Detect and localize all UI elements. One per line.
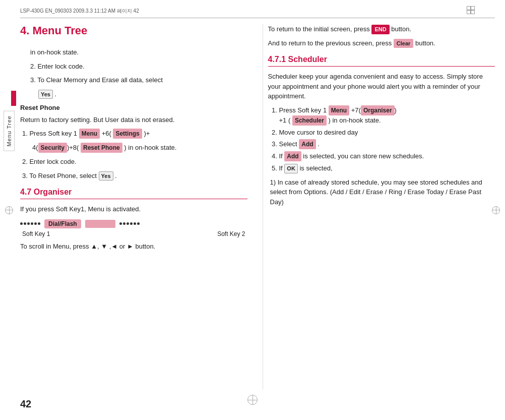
- organiser-title: 4.7 Organiser: [20, 188, 247, 199]
- reset-step1: 1. Press Soft key 1 Menu +6( Settings )+: [22, 129, 247, 139]
- menu-key-1: Menu: [79, 129, 100, 139]
- left-column: 4. Menu Tree in on-hook state. 2. Enter …: [20, 24, 252, 390]
- crop-h: [247, 400, 258, 400]
- return-initial: To return to the initial screen, press E…: [268, 24, 495, 34]
- dot7: [119, 222, 122, 225]
- reset-phone-title: Reset Phone: [20, 103, 247, 113]
- yes-label-line: Yes .: [38, 89, 247, 99]
- dot2: [24, 222, 26, 225]
- dot11: [134, 222, 136, 225]
- dial-flash-btn: Dial/Flash: [44, 219, 81, 228]
- dial-bar: Dial/Flash: [20, 219, 247, 228]
- sched-step3: Select Add .: [279, 139, 495, 149]
- security-key: Security: [38, 143, 67, 153]
- scroll-text: To scroll in Menu, press ▲, ▼ ,◄ or ► bu…: [20, 242, 247, 252]
- ok-key: OK: [284, 164, 298, 173]
- scheduler-steps: Press Soft key 1 Menu +7(Organiser) +1 (…: [279, 105, 495, 173]
- dot8: [123, 222, 125, 225]
- dot12: [137, 222, 140, 225]
- sidebar-label: Menu Tree: [4, 111, 15, 151]
- crop-mark-h: [467, 10, 475, 11]
- right-column: To return to the initial screen, press E…: [263, 24, 495, 390]
- sched-step1: Press Soft key 1 Menu +7(Organiser) +1 (…: [279, 105, 495, 126]
- dot5: [34, 222, 37, 225]
- page-number: 42: [20, 398, 31, 410]
- section-title: 4. Menu Tree: [20, 24, 247, 37]
- intro-line-1: in on-hook state.: [30, 47, 247, 57]
- page-header: LSP-430G EN_090303 2009.3.3 11:12 AM 페이지…: [20, 4, 495, 18]
- intro-line-3: 3. To Clear Memory and Erase all data, s…: [30, 75, 247, 85]
- header-text: LSP-430G EN_090303 2009.3.3 11:12 AM 페이지…: [20, 8, 139, 15]
- return-previous: And to return to the previous screen, pr…: [268, 38, 495, 48]
- dot3: [27, 222, 30, 225]
- reset-step3: 3. To Reset Phone, select Yes .: [22, 171, 247, 181]
- page-container: LSP-430G EN_090303 2009.3.3 11:12 AM 페이지…: [0, 0, 505, 420]
- left-crop-mark: [5, 206, 13, 214]
- scheduler-desc: Scheduler keep your agenda convenient an…: [268, 72, 495, 101]
- dot10: [130, 222, 133, 225]
- main-content: 4. Menu Tree in on-hook state. 2. Enter …: [20, 24, 495, 390]
- reset-step2: 2. Enter lock code.: [22, 157, 247, 167]
- dot1: [20, 222, 23, 225]
- intro-line-2: 2. Enter lock code.: [30, 62, 247, 72]
- scheduler-title: 4.7.1 Scheduler: [268, 55, 495, 67]
- dot6: [38, 222, 40, 225]
- crop-mark-circle: [467, 6, 475, 14]
- yes-key: Yes: [38, 90, 53, 99]
- add-key-1: Add: [299, 139, 315, 149]
- organiser-key: Organiser: [361, 105, 395, 115]
- right-crop-mark: [492, 206, 500, 214]
- bottom-crop-mark: [247, 395, 258, 405]
- sched-note: 1) In case of already stored schedule, y…: [270, 177, 495, 207]
- reset-phone-key: Reset Phone: [81, 143, 122, 153]
- reset-phone-desc: Return to factory setting. But User data…: [20, 115, 247, 125]
- sched-step4: If Add is selected, you can store new sc…: [279, 151, 495, 161]
- sched-step2: Move cursor to desired day: [279, 128, 495, 138]
- add-key-2: Add: [284, 151, 301, 161]
- dots-left: [20, 222, 40, 225]
- reset-step1-cont: 4(Security)+8( Reset Phone ) in on-hook …: [32, 143, 247, 153]
- rcrop-h: [492, 210, 500, 210]
- softkey1-label: Soft Key 1: [22, 230, 50, 237]
- clear-btn: Clear: [394, 39, 414, 48]
- menu-key-sched: Menu: [329, 105, 349, 115]
- sched-step5: If OK is selected,: [279, 163, 495, 173]
- dots-right: [119, 222, 140, 225]
- end-btn: END: [371, 25, 389, 34]
- organiser-desc: If you press Soft Key1, Menu is activate…: [20, 204, 247, 214]
- lcrop-h: [5, 210, 13, 210]
- dot9: [127, 222, 129, 225]
- settings-key: Settings: [113, 129, 142, 139]
- yes-key-2: Yes: [99, 171, 113, 181]
- softkey-labels: Soft Key 1 Soft Key 2: [20, 230, 247, 237]
- dot4: [31, 222, 33, 225]
- scheduler-key: Scheduler: [292, 115, 327, 126]
- pink-block: [85, 220, 115, 228]
- softkey2-label: Soft Key 2: [217, 230, 245, 237]
